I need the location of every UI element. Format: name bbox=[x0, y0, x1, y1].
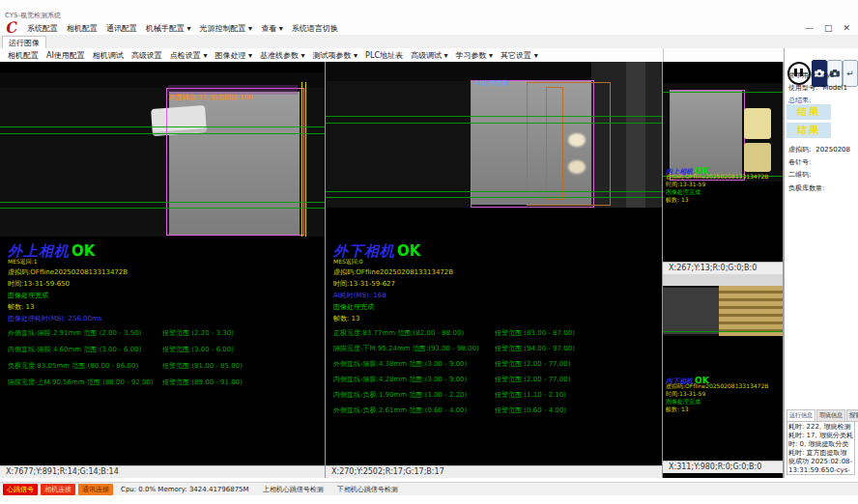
measurement-text: 外侧直线-隔膜:4.38mm 范围:(3.00 - 9.00) bbox=[333, 359, 467, 369]
pixel-coords-bar: X:7677;Y:891;R:14;G:14;B:14 bbox=[0, 465, 325, 478]
status-bar: 心跳信号相机连接通讯连接 Cpu: 0.0% Memory: 3424.4179… bbox=[0, 482, 858, 495]
measurement-list: 外侧直线-隔膜:2.91mm 范围:(2.00 - 3.50)报警范围:(2.2… bbox=[8, 328, 325, 394]
roi-rect-magenta bbox=[166, 88, 304, 236]
baseline-green-1 bbox=[663, 92, 783, 93]
alarm-range-text: 报警范围:(83.00 - 87.00) bbox=[495, 328, 575, 338]
measurement-text: 内侧直线-隔膜:4.28mm 范围:(3.00 - 9.00) bbox=[333, 375, 467, 384]
info-line: 时间:13-31-59 bbox=[666, 390, 768, 398]
model-label: 使用型号: bbox=[788, 84, 817, 92]
menu-item[interactable]: 相机配置 bbox=[67, 23, 98, 34]
status-badge: 相机连接 bbox=[41, 484, 75, 495]
camera-image-outer-upper[interactable]: 灰度阈值:93, 动态阈值:100 bbox=[0, 72, 325, 237]
toolbar-item[interactable]: 基准线参数 ▾ bbox=[260, 50, 305, 61]
alarm-range-text: 报警范围:(2.00 - 77.00) bbox=[495, 375, 570, 384]
toolbar-item[interactable]: 其它设置 ▾ bbox=[500, 50, 538, 61]
baseline-green-1 bbox=[326, 116, 662, 117]
info-line: 图像处理耗时(MS): 256.00ms bbox=[8, 313, 128, 324]
measurement-text: 外侧直线-负极:2.61mm 范围:(0.60 - 4.00) bbox=[333, 406, 467, 415]
menu-item[interactable]: 机械手配置 ▾ bbox=[146, 23, 191, 34]
camera-panel-outer-lower: AI处理图像 外下相机OK MES返回:0 虚拟码:OFfline2025020… bbox=[326, 62, 662, 478]
toolbar-item[interactable]: 测试项参数 ▾ bbox=[313, 50, 358, 61]
mes-return: MES返回:0 bbox=[333, 258, 363, 266]
cpu-memory-text: Cpu: 0.0% Memory: 3424.41796875M bbox=[121, 486, 249, 493]
camera-image-outer-lower[interactable]: AI处理图像 bbox=[326, 62, 662, 208]
model-value: Model1 bbox=[822, 84, 846, 92]
info-line: 帧数: 13 bbox=[666, 406, 768, 413]
minimize-icon[interactable]: — bbox=[805, 23, 814, 33]
edge-line-yellow-2 bbox=[305, 82, 306, 237]
main-workspace: 灰度阈值:93, 动态阈值:100 外上相机OK MES返回:1 虚拟码:OFf… bbox=[0, 62, 858, 478]
close-icon[interactable]: ✕ bbox=[843, 23, 850, 33]
info-line: 时间:13-31-59 bbox=[666, 181, 768, 188]
thumb-separator bbox=[663, 274, 783, 286]
info-line: 虚拟码:OFfline2025020813313472B bbox=[666, 173, 768, 181]
cable-bundle bbox=[719, 286, 783, 336]
toolbar: 相机配置AI使用配置相机调试高级设置点检设置 ▾图像处理 ▾基准线参数 ▾测试项… bbox=[0, 48, 858, 63]
alarm-range-text: 报警范围:(1.10 - 2.10) bbox=[495, 390, 566, 400]
baseline-green-1 bbox=[663, 331, 783, 332]
result-box-2: 结果 bbox=[786, 123, 831, 138]
toolbar-item[interactable]: 相机调试 bbox=[93, 50, 124, 61]
bright-part-2 bbox=[744, 143, 771, 172]
baseline-green-2 bbox=[0, 133, 325, 134]
menu-item[interactable]: 通讯配置 bbox=[106, 23, 137, 34]
result-ok: OK bbox=[72, 242, 95, 260]
info-line: AI耗时(MS): 168 bbox=[333, 290, 453, 301]
stock-count-label: 负极库数量: bbox=[788, 183, 824, 193]
maximize-icon[interactable]: □ bbox=[824, 23, 833, 33]
measurement-text: 正极宽度:83.77mm 范围:(82.00 - 88.00) bbox=[333, 328, 464, 338]
pixel-coords-bar: X:270;Y:2502;R:17;G:17;B:17 bbox=[326, 465, 662, 478]
toolbar-item[interactable]: 高级调试 ▾ bbox=[411, 50, 448, 61]
return-arrow-icon: ↵ bbox=[846, 69, 854, 78]
machine-frame bbox=[663, 288, 719, 334]
result-box-1: 结果 bbox=[786, 104, 831, 120]
window-controls: — □ ✕ bbox=[805, 23, 850, 33]
measurement-row: 内侧直线-隔膜:4.28mm 范围:(3.00 - 9.00)报警范围:(2.0… bbox=[333, 375, 662, 390]
login-user-label: 登录用户: bbox=[788, 71, 817, 79]
menu-item[interactable]: 查看 ▾ bbox=[261, 23, 283, 34]
toolbar-item[interactable]: 学习参数 ▾ bbox=[456, 50, 494, 61]
virtual-code-label: 虚拟码: bbox=[788, 146, 811, 154]
measurement-text: 隔膜宽度-下M:95.24mm 范围:(93.00 - 98.00) bbox=[333, 344, 479, 353]
toolbar-item[interactable]: AI使用配置 bbox=[46, 50, 85, 61]
tab-bar: 运行图像 bbox=[0, 35, 858, 49]
alarm-range-text: 报警范围:(2.00 - 77.00) bbox=[495, 359, 570, 369]
menu-bar: C 系统配置相机配置通讯配置机械手配置 ▾光源控制配置 ▾查看 ▾系统语言切换 … bbox=[0, 21, 858, 35]
right-sidebar: ↵ 登录用户:cys 使用型号:Model1 总结果: 结果 结果 虚拟码:20… bbox=[784, 48, 858, 478]
baseline-green-3 bbox=[326, 191, 662, 192]
status-badge: 通讯连接 bbox=[78, 484, 113, 495]
menu-item[interactable]: 系统配置 bbox=[27, 23, 58, 34]
pixel-coords-bar: X:311;Y:980;R:0;G:0;B:0 bbox=[663, 461, 783, 473]
info-line: 图像处理完成 bbox=[8, 290, 128, 301]
machine-rail bbox=[626, 62, 645, 208]
toolbar-item[interactable]: PLC地址表 bbox=[365, 50, 403, 61]
alarm-range-text: 报警范围:(0.60 - 4.00) bbox=[495, 406, 566, 415]
toolbar-item[interactable]: 图像处理 ▾ bbox=[214, 50, 252, 61]
info-line: 图像处理完成 bbox=[333, 301, 453, 313]
log-area: 耗时: 222, 瑕疵检测耗时: 17, 瑕疵分类耗时: 0, 瑕疵提取分类耗时… bbox=[786, 421, 855, 475]
measurement-text: 内侧直线-负极:1.90mm 范围:(1.00 - 2.20) bbox=[333, 390, 467, 400]
info-line: 时间:13-31-59-650 bbox=[8, 278, 128, 290]
toolbar-item[interactable]: 高级设置 bbox=[131, 50, 162, 61]
info-lines: 虚拟码:OFfline2025020813313472B时间:13-31-59-… bbox=[333, 266, 453, 324]
measurement-row: 外侧直线-负极:2.61mm 范围:(0.60 - 4.00)报警范围:(0.6… bbox=[333, 406, 662, 421]
toolbar-item[interactable]: 点检设置 ▾ bbox=[170, 50, 208, 61]
measurement-row: 外侧直线-隔膜:2.91mm 范围:(2.00 - 3.50)报警范围:(2.2… bbox=[8, 328, 325, 345]
measurement-row: 内侧直线-隔膜:4.60mm 范围:(3.00 - 6.00)报警范围:(3.0… bbox=[8, 345, 325, 361]
menu-item[interactable]: 系统语言切换 bbox=[292, 23, 338, 34]
bright-blob-1 bbox=[568, 133, 586, 147]
info-line: 虚拟码:OFfline2025020813313472B bbox=[666, 382, 768, 390]
upper-camera-heartbeat-text: 上相机心跳信号检测 bbox=[263, 485, 324, 494]
alarm-range-text: 报警范围:(2.20 - 3.30) bbox=[162, 328, 234, 338]
info-lines: 虚拟码:OFfline2025020813313472B时间:13-31-59-… bbox=[8, 266, 128, 324]
toolbar-items: 相机配置AI使用配置相机调试高级设置点检设置 ▾图像处理 ▾基准线参数 ▾测试项… bbox=[8, 50, 538, 61]
baseline-green-1 bbox=[0, 126, 325, 127]
qrcode-label: 二维码: bbox=[788, 170, 811, 180]
camera-image-inner-lower[interactable] bbox=[663, 286, 783, 336]
menu-item[interactable]: 光源控制配置 ▾ bbox=[200, 23, 253, 34]
toolbar-item[interactable]: 相机配置 bbox=[8, 50, 39, 61]
menu-items: 系统配置相机配置通讯配置机械手配置 ▾光源控制配置 ▾查看 ▾系统语言切换 bbox=[27, 23, 338, 34]
alarm-range-text: 报警范围:(94.00 - 97.00) bbox=[495, 344, 575, 353]
alarm-range-text: 报警范围:(89.00 - 91.00) bbox=[162, 378, 243, 387]
info-line: 帧数: 13 bbox=[8, 301, 128, 313]
